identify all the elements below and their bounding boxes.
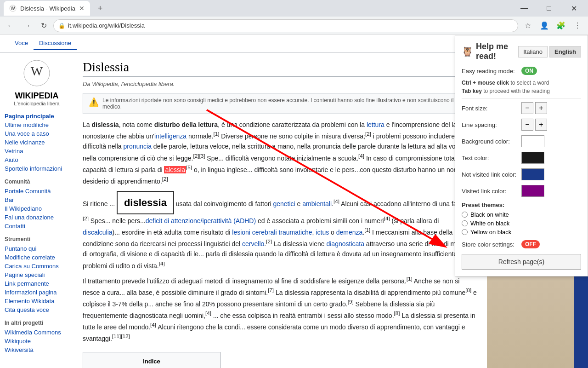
english-button[interactable]: English bbox=[549, 46, 581, 58]
title-bar: W Dislessia - Wikipedia ✕ + — □ ✕ bbox=[0, 0, 588, 17]
sidebar-item-wikimedia[interactable]: Wikimedia Commons bbox=[5, 328, 69, 337]
sidebar-item-puntano[interactable]: Puntano qui bbox=[5, 244, 69, 253]
wiki-nav-section-main: Pagina principale Ultime modifiche Una v… bbox=[5, 112, 69, 173]
toc-title: Indice bbox=[90, 358, 213, 365]
sidebar-item-cita[interactable]: Cita questa voce bbox=[5, 305, 69, 314]
url-text: it.wikipedia.org/wiki/Dislessia bbox=[68, 22, 145, 29]
text-color-swatch[interactable] bbox=[521, 152, 544, 164]
extensions-button[interactable]: 🧩 bbox=[554, 19, 568, 33]
wiki-para-2: Si ritiene ... dislessia usata dal coinv… bbox=[83, 191, 478, 271]
visited-color-swatch[interactable] bbox=[521, 185, 544, 197]
tab-voce[interactable]: Voce bbox=[9, 37, 34, 50]
sidebar-item-ultime-modifiche[interactable]: Ultime modifiche bbox=[5, 121, 69, 129]
wiki-logo: W WIKIPEDIA L'enciclopedia libera bbox=[5, 57, 69, 106]
visited-color-label: Visited link color: bbox=[462, 188, 521, 195]
profile-button[interactable]: 👤 bbox=[537, 19, 551, 33]
preset-bow-label[interactable]: Black on white bbox=[470, 211, 509, 218]
store-color-label: Store color settings: bbox=[462, 241, 521, 248]
forward-button[interactable]: → bbox=[20, 19, 34, 33]
page-title: Dislessia bbox=[83, 60, 478, 77]
link-color-label: Not visited link color: bbox=[462, 171, 521, 178]
nav-bar: ← → ↻ 🔒 it.wikipedia.org/wiki/Dislessia … bbox=[0, 17, 588, 35]
bg-color-swatch[interactable] bbox=[521, 135, 544, 147]
link-color-swatch[interactable] bbox=[521, 168, 544, 180]
wiki-nav-section-altri: In altri progetti Wikimedia Commons Wiki… bbox=[5, 320, 69, 354]
preset-yob-radio[interactable] bbox=[462, 229, 468, 235]
preset-yob-label[interactable]: Yellow on black bbox=[470, 229, 511, 236]
menu-button[interactable]: ⋮ bbox=[571, 19, 584, 33]
help-panel: 🦉 Help me read! Italiano English Easy re… bbox=[455, 35, 588, 276]
preset-title: Preset themes: bbox=[462, 201, 581, 208]
help-panel-header: 🦉 Help me read! Italiano English bbox=[462, 42, 581, 61]
wiki-logo-circle: W bbox=[21, 57, 53, 89]
text-color-row: Text color: bbox=[462, 152, 581, 164]
font-size-increase[interactable]: + bbox=[535, 102, 547, 114]
store-color-row: Store color settings: OFF bbox=[462, 240, 581, 248]
preset-wob-radio[interactable] bbox=[462, 220, 468, 226]
address-bar[interactable]: 🔒 it.wikipedia.org/wiki/Dislessia bbox=[53, 19, 518, 32]
owl-icon: 🦉 bbox=[462, 46, 473, 57]
close-button[interactable]: ✕ bbox=[563, 1, 584, 16]
sidebar-item-carica-commons[interactable]: Carica su Commons bbox=[5, 262, 69, 270]
back-button[interactable]: ← bbox=[4, 19, 17, 33]
hint-tab: Tab key to proceed with the reading bbox=[462, 88, 581, 94]
font-size-stepper: − + bbox=[521, 102, 547, 114]
divider-1 bbox=[462, 98, 581, 98]
sidebar-item-link-permanente[interactable]: Link permanente bbox=[5, 279, 69, 288]
minimize-button[interactable]: — bbox=[514, 1, 535, 16]
wiki-subtitle: Da Wikipedia, l'enciclopedia libera. bbox=[83, 80, 478, 87]
sidebar-item-donazione[interactable]: Fai una donazione bbox=[5, 213, 69, 222]
sidebar-item-info-pagina[interactable]: Informazioni pagina bbox=[5, 288, 69, 297]
warning-icon: ⚠️ bbox=[89, 97, 99, 107]
sidebar-item-vetrina[interactable]: Vetrina bbox=[5, 147, 69, 155]
maximize-button[interactable]: □ bbox=[538, 1, 560, 16]
italiano-button[interactable]: Italiano bbox=[518, 46, 548, 58]
wiki-logo-text: WIKIPEDIA bbox=[5, 91, 69, 101]
hint-ctrl-bold: Ctrl + mouse click bbox=[462, 80, 509, 86]
nav-header-altri: In altri progetti bbox=[5, 320, 69, 326]
sidebar-item-contatti[interactable]: Contatti bbox=[5, 222, 69, 230]
preset-wob-label[interactable]: White on black bbox=[470, 220, 509, 227]
sidebar-item-wikiversita[interactable]: Wikiversità bbox=[5, 345, 69, 354]
font-size-label: Font size: bbox=[462, 105, 521, 112]
easy-reading-row: Easy reading mode: ON bbox=[462, 67, 581, 75]
easy-reading-toggle[interactable]: ON bbox=[521, 67, 537, 75]
sidebar-item-pagine-speciali[interactable]: Pagine speciali bbox=[5, 270, 69, 279]
wiki-tabs: Voce Discussione bbox=[9, 37, 77, 50]
hint-tab-bold: Tab key bbox=[462, 88, 482, 94]
sidebar-item-una-voce[interactable]: Una voce a caso bbox=[5, 129, 69, 138]
sidebar-item-portale[interactable]: Portale Comunità bbox=[5, 187, 69, 196]
font-size-decrease[interactable]: − bbox=[521, 102, 533, 114]
sidebar-item-wikiquote[interactable]: Wikiquote bbox=[5, 337, 69, 345]
sidebar-item-pagina-principale[interactable]: Pagina principale bbox=[5, 112, 69, 121]
sidebar-item-bar[interactable]: Bar bbox=[5, 196, 69, 204]
store-color-toggle[interactable]: OFF bbox=[521, 240, 540, 248]
line-spacing-increase[interactable]: + bbox=[535, 119, 547, 131]
easy-reading-label: Easy reading mode: bbox=[462, 68, 521, 75]
svg-text:W: W bbox=[31, 64, 43, 78]
tab-close-button[interactable]: ✕ bbox=[79, 5, 85, 12]
sidebar-item-sportello[interactable]: Sportello informazioni bbox=[5, 164, 69, 173]
wiki-para-3: Il trattamento prevede l'utilizzo di ade… bbox=[83, 275, 478, 344]
preset-bow-radio[interactable] bbox=[462, 212, 468, 218]
sidebar-item-modifiche-correlate[interactable]: Modifiche correlate bbox=[5, 253, 69, 262]
sidebar-item-aiuto[interactable]: Aiuto bbox=[5, 155, 69, 164]
sidebar-item-vicinanze[interactable]: Nelle vicinanze bbox=[5, 138, 69, 147]
bookmark-button[interactable]: ☆ bbox=[521, 19, 535, 33]
refresh-page-button[interactable]: Refresh page(s) bbox=[462, 254, 581, 270]
tooltip-container: Si ritiene ... dislessia usata dal coinv… bbox=[83, 191, 478, 271]
tab-favicon: W bbox=[9, 5, 17, 12]
page-content: Voce Discussione Leggi Modifica Modifica… bbox=[0, 35, 588, 368]
wiki-para-1: La dislessia, nota come disturbo della l… bbox=[83, 120, 478, 186]
browser-tab[interactable]: W Dislessia - Wikipedia ✕ bbox=[4, 1, 90, 16]
sidebar-item-wikidata[interactable]: Elemento Wikidata bbox=[5, 297, 69, 305]
hint-ctrl-rest: to select a word bbox=[509, 80, 549, 86]
bg-color-row: Background color: bbox=[462, 135, 581, 147]
sidebar-item-wikipediano[interactable]: Il Wikipediano bbox=[5, 204, 69, 213]
line-spacing-label: Line spacing: bbox=[462, 121, 521, 128]
table-of-contents: Indice 1 Classificazione 1.1 Definizione… bbox=[83, 352, 220, 368]
new-tab-button[interactable]: + bbox=[94, 2, 107, 15]
refresh-button[interactable]: ↻ bbox=[37, 19, 51, 33]
tab-discussione[interactable]: Discussione bbox=[34, 37, 77, 50]
line-spacing-decrease[interactable]: − bbox=[521, 119, 533, 131]
